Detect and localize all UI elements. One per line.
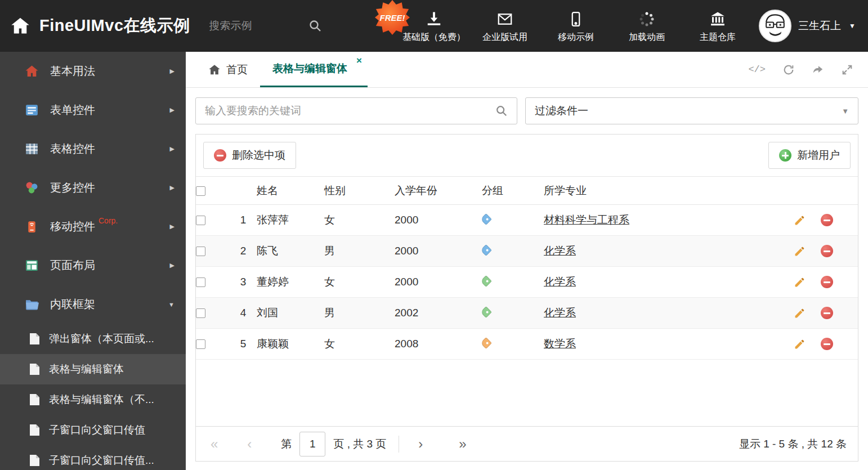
table-row[interactable]: 2 陈飞 男 2000 化学系: [196, 236, 858, 267]
nav-item-mobile-demo[interactable]: 移动示例: [543, 8, 609, 43]
prev-page-button[interactable]: ‹: [244, 437, 255, 451]
sidebar-subitem-popup-window[interactable]: 弹出窗体（本页面或...: [0, 324, 186, 354]
delete-row-icon[interactable]: [821, 214, 833, 226]
tag-icon: [482, 306, 492, 318]
expand-icon[interactable]: [841, 64, 853, 76]
row-checkbox[interactable]: [196, 216, 205, 225]
delete-row-icon[interactable]: [821, 245, 833, 257]
chevron-right-icon: ▶: [170, 223, 175, 230]
column-header-gender: 性别: [324, 177, 395, 205]
table-icon: [25, 142, 39, 156]
sidebar-item-mobile-controls[interactable]: 移动控件 Corp. ▶: [0, 207, 186, 246]
sidebar-subitem-grid-edit-window[interactable]: 表格与编辑窗体: [0, 354, 186, 384]
top-header: FineUIMvc在线示例 FREE! 基础版（免费） 企业版试用: [0, 0, 868, 52]
envelope-icon: [496, 11, 513, 28]
edit-pencil-icon[interactable]: [794, 245, 806, 257]
keyword-search-input[interactable]: [196, 105, 495, 117]
user-menu[interactable]: 三生石上 ▼: [751, 10, 868, 42]
add-user-button[interactable]: 新增用户: [768, 142, 851, 169]
search-icon[interactable]: [495, 105, 508, 117]
major-link[interactable]: 数学系: [544, 338, 576, 350]
select-all-checkbox[interactable]: [196, 186, 205, 196]
sidebar-subitem-child-to-parent[interactable]: 子窗口向父窗口传值: [0, 415, 186, 445]
search-icon[interactable]: [308, 19, 322, 33]
record-summary: 显示 1 - 5 条 , 共 12 条: [739, 437, 847, 451]
tab-grid-edit-window[interactable]: 表格与编辑窗体 ×: [260, 52, 368, 87]
tab-home[interactable]: 首页: [196, 52, 260, 87]
nav-item-loading-animation[interactable]: 加载动画: [614, 8, 680, 43]
file-icon: [29, 424, 40, 436]
major-link[interactable]: 化学系: [544, 245, 576, 257]
code-icon[interactable]: </>: [748, 64, 766, 75]
first-page-button[interactable]: «: [207, 437, 221, 451]
sidebar-item-label: 表单控件: [50, 102, 95, 118]
delete-row-icon[interactable]: [821, 307, 833, 319]
row-index: 4: [230, 307, 257, 319]
sidebar-item-basic-usage[interactable]: 基本用法 ▶: [0, 52, 186, 91]
sidebar-subitem-child-to-parent-alt[interactable]: 子窗口向父窗口传值...: [0, 445, 186, 470]
edit-pencil-icon[interactable]: [794, 307, 806, 319]
file-icon: [29, 393, 40, 406]
row-checkbox[interactable]: [196, 247, 205, 256]
table-row[interactable]: 3 董婷婷 女 2000 化学系: [196, 267, 858, 298]
close-icon[interactable]: ×: [356, 56, 362, 65]
cell-name: 康颖颖: [257, 329, 324, 360]
edit-pencil-icon[interactable]: [794, 338, 806, 350]
chevron-right-icon: ▶: [170, 106, 175, 114]
delete-selected-label: 删除选中项: [232, 148, 285, 163]
sidebar-subitem-grid-edit-window-alt[interactable]: 表格与编辑窗体（不...: [0, 384, 186, 415]
filter-dropdown[interactable]: 过滤条件一 ▼: [525, 97, 858, 124]
nav-item-basic-free[interactable]: 基础版（免费）: [401, 8, 467, 43]
brand[interactable]: FineUIMvc在线示例: [0, 15, 190, 37]
nav-item-theme-store[interactable]: 主题仓库: [684, 8, 751, 43]
row-index: 1: [230, 214, 257, 226]
row-checkbox[interactable]: [196, 339, 205, 349]
major-link[interactable]: 化学系: [544, 276, 576, 288]
next-page-button[interactable]: ›: [415, 437, 426, 451]
sidebar-subitem-label: 子窗口向父窗口传值...: [49, 453, 154, 468]
delete-selected-button[interactable]: 删除选中项: [203, 142, 296, 169]
tag-icon: [482, 244, 492, 256]
major-link[interactable]: 材料科学与工程系: [544, 214, 629, 226]
sidebar-item-grid-controls[interactable]: 表格控件 ▶: [0, 129, 186, 168]
edit-pencil-icon[interactable]: [794, 276, 806, 288]
shapes-icon: [25, 181, 39, 195]
table-row[interactable]: 1 张萍萍 女 2000 材料科学与工程系: [196, 205, 858, 236]
page-prefix: 第: [281, 437, 292, 451]
delete-row-icon[interactable]: [821, 338, 833, 350]
folder-icon: [25, 297, 39, 311]
pagination-bar: « ‹ 第 页 , 共 3 页 › » 显示 1 - 5 条 , 共 12 条: [196, 426, 858, 461]
file-icon: [29, 363, 40, 375]
cell-gender: 男: [324, 236, 395, 267]
cell-year: 2000: [395, 205, 482, 236]
column-header-group: 分组: [482, 177, 544, 205]
major-link[interactable]: 化学系: [544, 307, 576, 319]
avatar: [759, 10, 791, 42]
row-index: 5: [230, 338, 257, 350]
nav-item-enterprise-trial[interactable]: 企业版试用: [472, 8, 538, 43]
sidebar-item-more-controls[interactable]: 更多控件 ▶: [0, 168, 186, 207]
corp-badge: Corp.: [99, 216, 118, 225]
refresh-icon[interactable]: [782, 64, 795, 76]
header-search-input[interactable]: [209, 20, 294, 32]
share-icon[interactable]: [812, 64, 824, 76]
sidebar-item-form-controls[interactable]: 表单控件 ▶: [0, 91, 186, 129]
sidebar-item-page-layout[interactable]: 页面布局 ▶: [0, 246, 186, 285]
page-number-input[interactable]: [299, 432, 325, 456]
caret-down-icon: ▼: [842, 107, 849, 115]
sidebar-item-iframe[interactable]: 内联框架 ▼: [0, 285, 186, 324]
keyword-search-box: [195, 97, 517, 124]
main-content: 首页 表格与编辑窗体 × </>: [186, 52, 868, 470]
last-page-button[interactable]: »: [455, 437, 469, 451]
chevron-right-icon: ▶: [170, 184, 175, 191]
sidebar-item-label: 基本用法: [50, 64, 95, 79]
column-header-year: 入学年份: [395, 177, 482, 205]
table-row[interactable]: 4 刘国 男 2002 化学系: [196, 298, 858, 329]
sidebar-item-label: 内联框架: [50, 297, 95, 312]
edit-pencil-icon[interactable]: [794, 214, 806, 226]
row-checkbox[interactable]: [196, 277, 205, 287]
cell-year: 2008: [395, 329, 482, 360]
delete-row-icon[interactable]: [821, 276, 833, 288]
table-row[interactable]: 5 康颖颖 女 2008 数学系: [196, 329, 858, 360]
row-checkbox[interactable]: [196, 308, 205, 318]
